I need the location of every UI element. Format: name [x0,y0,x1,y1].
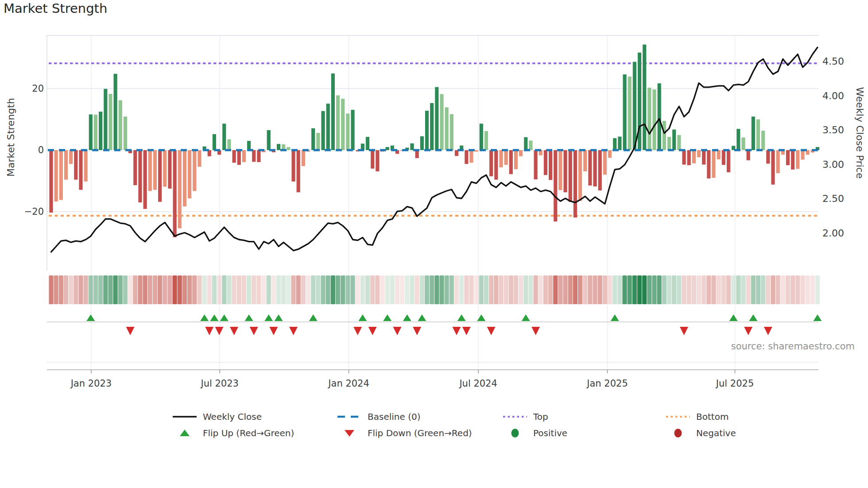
svg-text:Jul 2024: Jul 2024 [458,378,497,389]
svg-text:Jan 2024: Jan 2024 [327,378,369,389]
svg-text:4.50: 4.50 [822,56,844,67]
legend-item-flip-down: Flip Down (Green→Red) [337,427,472,439]
svg-text:2.50: 2.50 [822,193,844,204]
legend-item-top: Top [502,411,548,423]
svg-text:20: 20 [32,83,44,94]
flip-markers [47,314,822,335]
legend-label: Negative [696,428,736,438]
svg-text:2.00: 2.00 [822,228,844,239]
chart-canvas: Jan 2023Jul 2023Jan 2024Jul 2024Jan 2025… [0,0,868,488]
svg-text:Jul 2025: Jul 2025 [715,378,754,389]
legend-item-positive: Positive [502,427,567,439]
legend-label: Top [533,411,548,422]
legend-label: Bottom [696,411,728,422]
legend-item-weekly-close: Weekly Close [172,411,262,423]
top-dots-swatch [502,411,528,422]
y-axis-right: 4.504.003.503.002.502.00 [822,56,844,239]
legend-label: Baseline (0) [368,411,420,422]
legend-label: Positive [533,428,567,438]
legend-item-negative: Negative [665,427,736,439]
heatmap-strip [49,275,820,304]
svg-text:3.50: 3.50 [822,124,844,136]
flip-up-triangle-icon [172,428,198,438]
svg-text:Jan 2025: Jan 2025 [586,378,628,389]
negative-dot-icon [665,428,691,438]
legend-item-flip-up: Flip Up (Red→Green) [172,427,294,439]
bottom-dots-swatch [665,411,691,422]
legend-label: Flip Down (Green→Red) [368,428,472,438]
positive-dot-icon [502,428,528,438]
svg-text:−20: −20 [24,206,44,217]
svg-text:Jan 2023: Jan 2023 [70,378,112,389]
svg-text:4.00: 4.00 [822,90,844,101]
market-strength-chart-page: Market Strength Market Strength Weekly C… [0,0,868,488]
svg-text:3.00: 3.00 [822,159,844,170]
y-axis-left: 200−20 [24,83,44,217]
legend-item-bottom: Bottom [665,411,728,423]
weekly-close-line-swatch [172,411,198,422]
strength-bars [49,45,819,237]
svg-text:Jul 2023: Jul 2023 [200,378,238,389]
legend-label: Weekly Close [203,411,262,422]
x-axis: Jan 2023Jul 2023Jan 2024Jul 2024Jan 2025… [47,370,818,389]
legend-item-baseline: Baseline (0) [337,411,420,423]
svg-text:0: 0 [38,145,44,155]
flip-down-triangle-icon [337,428,362,438]
source-credit: source: sharemaestro.com [731,341,855,352]
legend-label: Flip Up (Red→Green) [203,428,294,438]
baseline-dash-swatch [337,411,362,422]
